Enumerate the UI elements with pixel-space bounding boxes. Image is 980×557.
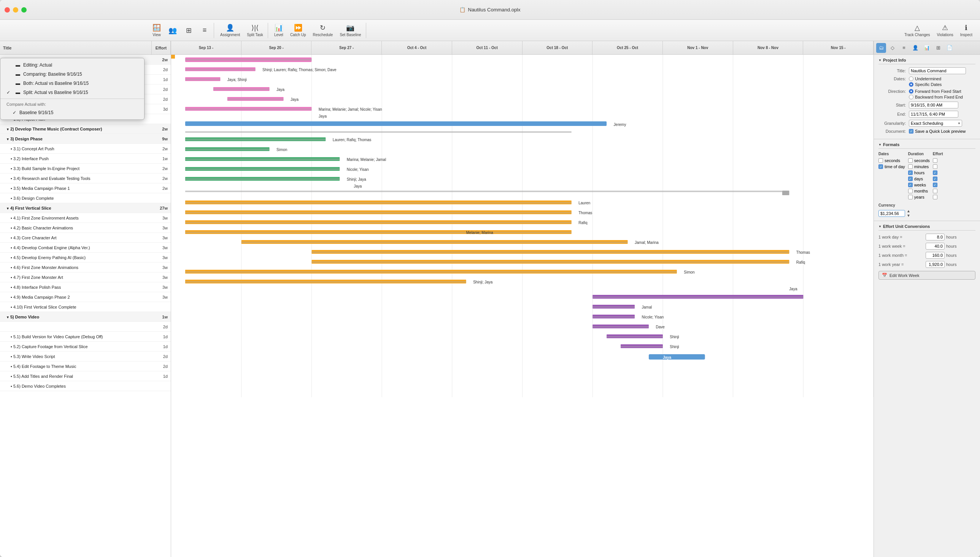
task-row[interactable]: 2d	[0, 322, 171, 332]
document-label: Document:	[878, 129, 909, 134]
dropdown-item-editing[interactable]: ▬ Editing: Actual	[0, 60, 144, 70]
dates-undetermined-option[interactable]: Undetermined	[909, 77, 942, 81]
rp-lines-icon-btn[interactable]: ≡	[899, 43, 909, 53]
toolbar-track-changes-button[interactable]: △ Track Changes	[901, 22, 933, 38]
rp-table-icon-btn[interactable]: ⊞	[933, 43, 943, 53]
end-input[interactable]	[909, 111, 958, 117]
toolbar-reschedule-button[interactable]: ↻ Reschedule	[310, 22, 336, 38]
task-row[interactable]: • 5.4) Edit Footage to Theme Music 2d	[0, 362, 171, 371]
task-row[interactable]: • 4.6) First Zone Monster Animations 3w	[0, 262, 171, 272]
collapse-triangle[interactable]: ▼	[6, 207, 10, 210]
ec-day-input[interactable]	[926, 234, 945, 241]
toolbar-assignment-button[interactable]: 👤 Assignment	[217, 22, 243, 38]
ec-month-input[interactable]	[926, 252, 945, 259]
ec-year-input[interactable]	[926, 261, 945, 268]
rp-diamond-icon-btn[interactable]: ◇	[887, 43, 897, 53]
forward-option[interactable]: Forward from Fixed Start	[909, 89, 963, 94]
dropdown-item-split[interactable]: ✓ ▬ Split: Actual vs Baseline 9/16/15	[0, 88, 144, 97]
task-row[interactable]: • 5.5) Add Titles and Render Final 1d	[0, 371, 171, 381]
toolbar-violations-button[interactable]: ⚠ Violations	[934, 22, 956, 38]
dropdown-baseline-item[interactable]: ✓ Baseline 9/16/15	[0, 108, 144, 117]
dur-months-checkbox[interactable]	[908, 189, 913, 193]
gantt-col-header: Nov 15 -	[803, 41, 874, 54]
task-row[interactable]: ▼3) Design Phase 9w	[0, 134, 171, 144]
toolbar-level-button[interactable]: 📊 Level	[271, 22, 286, 38]
task-row[interactable]: • 3.3) Build Sample In-Engine Project 2w	[0, 164, 171, 174]
task-row[interactable]: • 4.3) Core Character Art 3w	[0, 233, 171, 243]
collapse-triangle[interactable]: ▼	[6, 127, 10, 131]
dropdown-item-comparing[interactable]: ▬ Comparing: Baseline 9/16/15	[0, 70, 144, 79]
eff-months-checkbox[interactable]	[933, 189, 938, 193]
dur-seconds-checkbox[interactable]	[908, 158, 913, 163]
rp-chart-icon-btn[interactable]: 📊	[922, 43, 932, 53]
section-triangle[interactable]: ▼	[878, 59, 881, 62]
toolbar-catchup-button[interactable]: ⏩ Catch Up	[287, 22, 309, 38]
section-triangle[interactable]: ▼	[878, 225, 881, 228]
eff-days-checkbox[interactable]: ✓	[933, 176, 938, 181]
collapse-triangle[interactable]: ▼	[6, 137, 10, 141]
close-button[interactable]	[5, 7, 10, 13]
currency-up-arrow[interactable]: ▲	[907, 209, 910, 213]
dur-hours-checkbox[interactable]: ✓	[908, 171, 913, 175]
rp-doc-icon-btn[interactable]: 📄	[945, 43, 954, 53]
dur-days-checkbox[interactable]: ✓	[908, 176, 913, 181]
rp-person-icon-btn[interactable]: 👤	[910, 43, 920, 53]
task-row[interactable]: • 4.4) Develop Combat Engine (Alpha Ver.…	[0, 243, 171, 252]
view-dropdown[interactable]: ▬ Editing: Actual ▬ Comparing: Baseline …	[0, 58, 145, 120]
task-row[interactable]: • 4.5) Develop Enemy Pathing AI (Basic) …	[0, 252, 171, 262]
dur-years-checkbox[interactable]	[908, 195, 913, 199]
ec-week-input[interactable]	[926, 243, 945, 249]
task-row[interactable]: • 3.5) Media Campaign Phase 1 2w	[0, 183, 171, 193]
eff-minutes-checkbox[interactable]	[933, 164, 938, 169]
document-checkbox[interactable]: ✓	[909, 129, 913, 134]
toolbar-view-button[interactable]: 🪟 View	[149, 22, 164, 38]
edit-work-week-button[interactable]: 📅 Edit Work Week	[878, 271, 975, 280]
task-row[interactable]: • 5.2) Capture Footage from Vertical Sli…	[0, 342, 171, 352]
task-row[interactable]: • 4.9) Media Campaign Phase 2 3w	[0, 292, 171, 302]
eff-seconds-checkbox[interactable]	[933, 158, 938, 163]
task-row[interactable]: • 4.2) Basic Character Animations 3w	[0, 223, 171, 233]
eff-years-checkbox[interactable]	[933, 195, 938, 199]
backward-option[interactable]: Backward from Fixed End	[909, 95, 963, 99]
eff-hours-checkbox[interactable]: ✓	[933, 171, 938, 175]
collapse-triangle[interactable]: ▼	[6, 315, 10, 319]
toolbar-split-task-button[interactable]: ⟩|⟨ Split Task	[244, 22, 266, 38]
task-row[interactable]: • 4.1) First Zone Environment Assets 3w	[0, 213, 171, 223]
dates-timeofday-checkbox[interactable]: ✓	[878, 164, 883, 169]
task-row[interactable]: • 3.2) Interface Push 1w	[0, 154, 171, 164]
gantt-body[interactable]: Shinji; Lauren; Rafiq; Thomas; Simon; Da…	[171, 55, 874, 557]
task-row[interactable]: • 5.1) Build Version for Video Capture (…	[0, 332, 171, 342]
currency-input[interactable]	[878, 210, 905, 217]
task-row[interactable]: • 5.3) Write Video Script 2d	[0, 352, 171, 362]
task-row[interactable]: • 4.10) First Vertical Slice Complete	[0, 302, 171, 312]
dates-seconds-checkbox[interactable]	[878, 158, 883, 163]
task-row[interactable]: • 4.8) Interface Polish Pass 3w	[0, 282, 171, 292]
toolbar-baseline-button[interactable]: 📷 Set Baseline	[336, 22, 364, 38]
task-row[interactable]: ▼2) Develop Theme Music (Contract Compos…	[0, 124, 171, 134]
eff-weeks-checkbox[interactable]: ✓	[933, 182, 938, 187]
toolbar-level-group: 📊 Level ⏩ Catch Up ↻ Reschedule 📷 Set Ba…	[270, 23, 366, 38]
task-row[interactable]: • 5.6) Demo Video Completes	[0, 381, 171, 391]
task-row[interactable]: • 3.6) Design Complete	[0, 193, 171, 203]
task-row[interactable]: ▼5) Demo Video 1w	[0, 312, 171, 322]
task-row[interactable]: • 4.7) First Zone Monster Art 3w	[0, 272, 171, 282]
dur-weeks-checkbox[interactable]: ✓	[908, 182, 913, 187]
granularity-select[interactable]: Exact Scheduling seconds minutes hours d…	[909, 120, 962, 127]
start-input[interactable]	[909, 102, 958, 108]
task-row[interactable]: • 3.1) Concept Art Push 2w	[0, 144, 171, 154]
dates-specific-option[interactable]: Specific Dates	[909, 82, 942, 87]
toolbar-people-button[interactable]: 👥	[165, 25, 180, 36]
currency-down-arrow[interactable]: ▼	[907, 213, 910, 218]
fullscreen-button[interactable]	[21, 7, 27, 13]
section-triangle[interactable]: ▼	[878, 143, 881, 147]
task-row[interactable]: ▼4) First Vertical Slice 27w	[0, 203, 171, 213]
rp-project-icon-btn[interactable]: 🗂	[876, 43, 886, 53]
title-input[interactable]	[909, 67, 966, 74]
dropdown-item-both[interactable]: ▬ Both: Actual vs Baseline 9/16/15	[0, 79, 144, 88]
toolbar-inspect-button[interactable]: ℹ Inspect	[957, 22, 975, 38]
minimize-button[interactable]	[13, 7, 18, 13]
dur-minutes-checkbox[interactable]	[908, 164, 913, 169]
toolbar-bars-button[interactable]: ≡	[197, 25, 212, 36]
toolbar-table-button[interactable]: ⊞	[181, 25, 196, 36]
task-row[interactable]: • 3.4) Research and Evaluate Testing Too…	[0, 174, 171, 183]
